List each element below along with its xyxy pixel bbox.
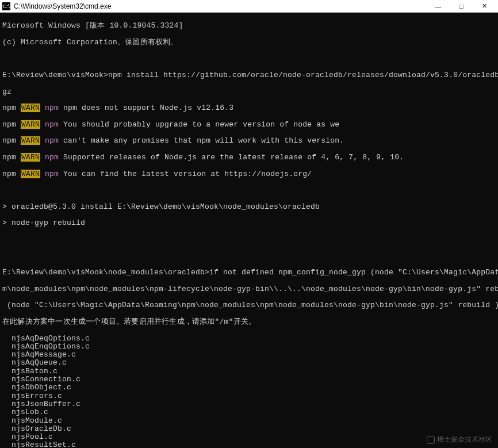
maximize-button[interactable]: □ <box>450 0 473 12</box>
file-line: njsDbObject.c <box>2 384 496 392</box>
gyp-line: m\node_modules\npm\node_modules\npm-life… <box>2 285 496 293</box>
prompt-line: E:\Review\demo\visMook>npm install https… <box>2 71 496 79</box>
watermark-icon <box>427 436 435 444</box>
warn-badge: WARN <box>21 153 40 162</box>
warn-line: npm WARN npm You can find the latest ver… <box>2 170 496 178</box>
file-line: njsModule.c <box>2 417 496 425</box>
file-line: njsAqQueue.c <box>2 359 496 367</box>
warn-text: can't make any promises that npm will wo… <box>63 136 344 145</box>
header-line: Microsoft Windows [版本 10.0.19045.3324] <box>2 22 496 30</box>
gyp-line: E:\Review\demo\visMook\node_modules\orac… <box>2 269 496 277</box>
warn-line: npm WARN npm npm does not support Node.j… <box>2 104 496 112</box>
file-line: njsErrors.c <box>2 392 496 400</box>
file-line: njsJsonBuffer.c <box>2 400 496 408</box>
warn-text: npm does not support Node.js v12.16.3 <box>63 104 233 112</box>
file-line: njsAqEnqOptions.c <box>2 343 496 351</box>
close-button[interactable]: ✕ <box>473 0 496 12</box>
gyp-line: (node "C:\Users\Magic\AppData\Roaming\np… <box>2 301 496 309</box>
npm-mag: npm <box>45 153 59 162</box>
file-line: njsAqMessage.c <box>2 351 496 359</box>
watermark-text: 稀土掘金技术社区 <box>437 435 492 445</box>
blank-line <box>2 236 496 244</box>
file-line: njsLob.c <box>2 408 496 416</box>
header-line: (c) Microsoft Corporation。保留所有权利。 <box>2 39 496 47</box>
warn-badge: WARN <box>21 136 40 145</box>
blank-line <box>2 55 496 63</box>
warn-line: npm WARN npm Supported releases of Node.… <box>2 154 496 162</box>
window-controls: — □ ✕ <box>427 0 496 12</box>
minimize-button[interactable]: — <box>427 0 450 12</box>
npm-mag: npm <box>45 120 59 129</box>
watermark: 稀土掘金技术社区 <box>427 435 492 445</box>
npm-mag: npm <box>45 170 59 178</box>
window-title-bar: C:\ C:\Windows\System32\cmd.exe — □ ✕ <box>0 0 498 13</box>
action-line: > node-gyp rebuild <box>2 219 496 227</box>
npm-label: npm <box>2 170 16 178</box>
file-line: njsBaton.c <box>2 367 496 376</box>
cmd-icon: C:\ <box>2 2 10 10</box>
warn-line: npm WARN npm You should probably upgrade… <box>2 121 496 129</box>
terminal-output: Microsoft Windows [版本 10.0.19045.3324] (… <box>0 13 498 448</box>
npm-label: npm <box>2 104 16 112</box>
file-line: njsAqDeqOptions.c <box>2 335 496 343</box>
warn-line: npm WARN npm can't make any promises tha… <box>2 137 496 145</box>
prompt: E:\Review\demo\visMook> <box>2 71 108 79</box>
warn-badge: WARN <box>21 120 40 129</box>
file-line: njsConnection.c <box>2 376 496 384</box>
warn-badge: WARN <box>21 104 40 112</box>
warn-text: You should probably upgrade to a newer v… <box>63 120 339 129</box>
npm-mag: npm <box>45 104 59 112</box>
command-wrap: gz <box>2 88 496 96</box>
warn-text: You can find the latest version at https… <box>63 170 312 178</box>
npm-label: npm <box>2 153 16 162</box>
action-line: > oracledb@5.3.0 install E:\Review\demo\… <box>2 203 496 211</box>
npm-label: npm <box>2 136 16 145</box>
npm-mag: npm <box>45 136 59 145</box>
blank-line <box>2 186 496 194</box>
window-title: C:\Windows\System32\cmd.exe <box>14 2 427 10</box>
warn-badge: WARN <box>21 170 40 178</box>
npm-label: npm <box>2 120 16 129</box>
gyp-line: 在此解决方案中一次生成一个项目。若要启用并行生成，请添加"/m"开关。 <box>2 318 496 326</box>
files-list: njsAqDeqOptions.c njsAqEnqOptions.c njsA… <box>2 335 496 448</box>
command-text: npm install https://github.com/oracle/no… <box>108 71 498 79</box>
file-line: njsOracleDb.c <box>2 425 496 433</box>
file-line: njsPool.c <box>2 433 496 441</box>
warn-text: Supported releases of Node.js are the la… <box>63 153 404 162</box>
blank-line <box>2 252 496 261</box>
file-line: njsResultSet.c <box>2 441 496 448</box>
